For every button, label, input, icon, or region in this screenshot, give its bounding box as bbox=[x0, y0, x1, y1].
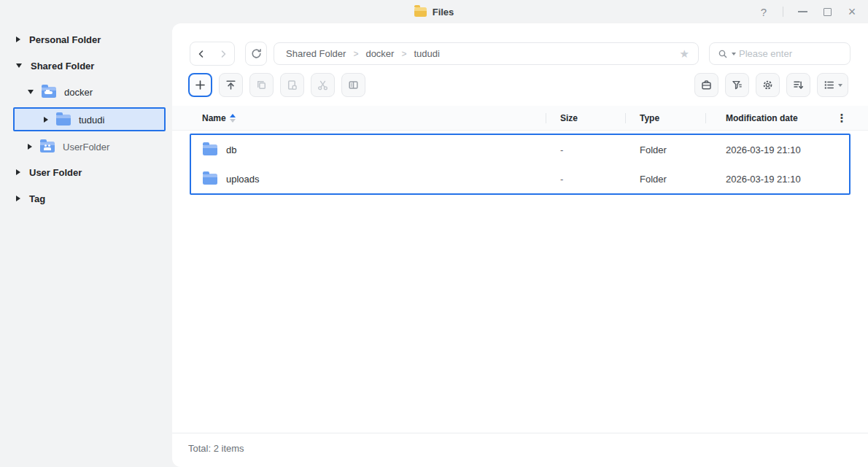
column-header-type[interactable]: Type bbox=[640, 106, 659, 131]
sidebar-item-label: UserFolder bbox=[63, 142, 109, 153]
docker-folder-icon bbox=[42, 87, 56, 98]
close-button[interactable]: × bbox=[846, 6, 858, 18]
new-item-button[interactable] bbox=[188, 73, 212, 97]
copy-button[interactable] bbox=[249, 73, 274, 97]
file-size: - bbox=[560, 135, 563, 164]
folder-icon bbox=[56, 115, 71, 126]
breadcrumb-separator: > bbox=[401, 49, 406, 59]
files-app-icon bbox=[414, 7, 427, 17]
sort-button[interactable] bbox=[786, 73, 810, 97]
column-label: Size bbox=[560, 113, 578, 123]
folder-icon bbox=[203, 174, 217, 185]
footer-divider bbox=[172, 433, 868, 433]
toolbar bbox=[172, 73, 868, 97]
filter-icon bbox=[731, 79, 743, 91]
column-divider bbox=[705, 113, 706, 123]
sidebar-item-tag[interactable]: Tag bbox=[16, 186, 45, 211]
file-modified-date: 2026-03-19 21:10 bbox=[726, 135, 801, 164]
briefcase-icon bbox=[700, 79, 713, 91]
column-header-size[interactable]: Size bbox=[560, 106, 578, 131]
extract-icon bbox=[347, 79, 360, 91]
maximize-button[interactable] bbox=[821, 6, 833, 18]
breadcrumb-item[interactable]: docker bbox=[365, 48, 394, 59]
column-label: Modification date bbox=[726, 113, 798, 123]
plus-icon bbox=[194, 79, 206, 91]
file-size: - bbox=[560, 164, 563, 193]
search-box bbox=[709, 42, 850, 65]
favorite-star-icon[interactable]: ★ bbox=[680, 48, 689, 59]
help-button[interactable]: ? bbox=[758, 6, 770, 18]
sidebar-item-tududi[interactable]: tududi bbox=[44, 107, 104, 132]
sidebar-item-label: Tag bbox=[29, 193, 45, 204]
collapse-arrow-icon[interactable] bbox=[16, 63, 22, 68]
back-button[interactable] bbox=[190, 48, 212, 60]
table-row[interactable]: uploads - Folder 2026-03-19 21:10 bbox=[191, 164, 849, 193]
upload-button[interactable] bbox=[219, 73, 243, 97]
column-label: Name bbox=[202, 113, 226, 123]
file-modified-date: 2026-03-19 21:10 bbox=[726, 164, 801, 193]
extract-button[interactable] bbox=[341, 73, 365, 97]
list-view-icon bbox=[823, 79, 835, 91]
history-nav-group bbox=[190, 42, 235, 66]
sidebar-item-docker[interactable]: docker bbox=[28, 80, 93, 104]
expand-arrow-icon[interactable] bbox=[28, 144, 32, 150]
column-header-name[interactable]: Name bbox=[202, 106, 236, 131]
filter-button[interactable] bbox=[725, 73, 749, 97]
navigation-row: Shared Folder > docker > tududi ★ bbox=[172, 42, 868, 66]
file-name: db bbox=[226, 135, 236, 164]
expand-arrow-icon[interactable] bbox=[16, 196, 20, 201]
table-row[interactable]: db - Folder 2026-03-19 21:10 bbox=[191, 135, 849, 164]
settings-button[interactable] bbox=[756, 73, 780, 97]
selection-highlight: db - Folder 2026-03-19 21:10 uploads - F… bbox=[190, 134, 850, 195]
breadcrumb-item[interactable]: Shared Folder bbox=[286, 48, 346, 59]
forward-button[interactable] bbox=[212, 48, 234, 60]
sidebar-item-personal-folder[interactable]: Personal Folder bbox=[16, 27, 101, 52]
copy-icon bbox=[255, 79, 268, 91]
file-name: uploads bbox=[226, 164, 260, 193]
search-input[interactable] bbox=[739, 48, 842, 59]
folder-icon bbox=[203, 144, 217, 155]
scissors-icon bbox=[317, 79, 329, 91]
view-mode-caret-icon bbox=[838, 84, 842, 87]
refresh-button[interactable] bbox=[245, 42, 267, 66]
sidebar-item-label: User Folder bbox=[29, 167, 82, 178]
control-divider bbox=[783, 7, 783, 17]
refresh-icon bbox=[250, 47, 263, 60]
paste-icon bbox=[286, 79, 298, 91]
file-type: Folder bbox=[640, 164, 667, 193]
sort-icon bbox=[792, 79, 805, 91]
search-icon bbox=[717, 48, 729, 60]
sidebar-item-label: tududi bbox=[79, 115, 104, 126]
cut-button[interactable] bbox=[311, 73, 335, 97]
sidebar: Personal Folder Shared Folder docker tud… bbox=[0, 23, 172, 467]
column-header-modification-date[interactable]: Modification date bbox=[726, 106, 798, 131]
total-items-status: Total: 2 items bbox=[188, 443, 244, 454]
breadcrumb: Shared Folder > docker > tududi ★ bbox=[274, 42, 699, 65]
gear-icon bbox=[762, 79, 774, 91]
expand-arrow-icon[interactable] bbox=[16, 169, 20, 175]
collapse-arrow-icon[interactable] bbox=[28, 90, 34, 94]
minimize-button[interactable] bbox=[797, 6, 808, 18]
table-header: Name Size Type Modification date ⋮ bbox=[172, 106, 868, 131]
task-manager-button[interactable] bbox=[694, 73, 718, 97]
sort-indicator-icon bbox=[230, 114, 236, 123]
expand-arrow-icon[interactable] bbox=[44, 117, 48, 123]
breadcrumb-item[interactable]: tududi bbox=[414, 48, 439, 59]
search-scope-caret-icon[interactable] bbox=[732, 53, 736, 55]
sidebar-item-shared-folder[interactable]: Shared Folder bbox=[16, 53, 94, 78]
upload-icon bbox=[225, 79, 237, 91]
view-mode-button[interactable] bbox=[817, 73, 848, 97]
column-options-kebab-icon[interactable]: ⋮ bbox=[834, 106, 849, 131]
column-divider bbox=[546, 113, 546, 123]
main-panel: Shared Folder > docker > tududi ★ bbox=[172, 23, 868, 467]
file-type: Folder bbox=[640, 135, 667, 164]
users-folder-icon bbox=[40, 142, 55, 153]
sidebar-item-userfolder[interactable]: UserFolder bbox=[28, 134, 109, 159]
paste-button[interactable] bbox=[280, 73, 304, 97]
title-bar: Files ? × bbox=[0, 0, 868, 23]
expand-arrow-icon[interactable] bbox=[16, 36, 20, 42]
column-divider bbox=[625, 113, 626, 123]
breadcrumb-separator: > bbox=[353, 49, 358, 59]
sidebar-item-user-folder[interactable]: User Folder bbox=[16, 160, 82, 185]
sidebar-item-label: docker bbox=[64, 87, 93, 98]
